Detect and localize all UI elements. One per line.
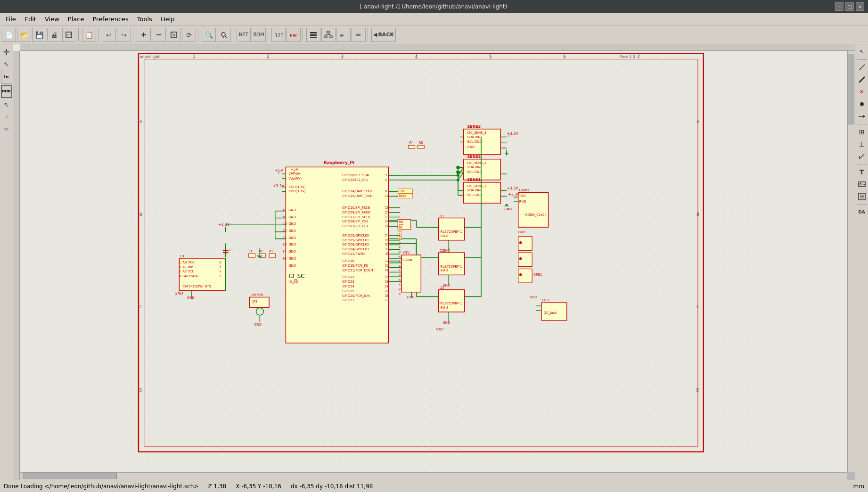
svg-text:31: 31: [385, 243, 389, 246]
menu-edit[interactable]: Edit: [21, 15, 40, 24]
svg-text:I2C_SENS_4: I2C_SENS_4: [467, 131, 487, 135]
wire-draw-tool[interactable]: ↖: [1, 99, 12, 110]
svg-text:GPIO24: GPIO24: [342, 285, 354, 288]
svg-text:I2C_SENS_1: I2C_SENS_1: [467, 161, 487, 165]
fields-button[interactable]: [306, 28, 320, 42]
svg-text:×: ×: [398, 278, 401, 282]
h-scrollbar[interactable]: [13, 472, 847, 480]
menu-file[interactable]: File: [2, 15, 20, 24]
units-inches[interactable]: In: [1, 71, 12, 84]
netlist-button[interactable]: NET: [237, 28, 251, 42]
svg-text:R6: R6: [399, 220, 403, 224]
svg-text:GND: GND: [443, 321, 450, 325]
minimize-button[interactable]: ─: [835, 2, 843, 11]
menu-bar: File Edit View Place Preferences Tools H…: [0, 13, 868, 25]
svg-text:SCL  GND: SCL GND: [467, 140, 482, 144]
svg-text:C: C: [696, 304, 699, 309]
back-button[interactable]: ◀BACK: [371, 28, 396, 42]
open-button[interactable]: 📂: [17, 28, 31, 42]
svg-rect-15: [327, 31, 330, 33]
svg-text:×: ×: [398, 287, 401, 291]
svg-line-8: [225, 36, 227, 38]
svg-text:GPIO15/UART_RXD: GPIO15/UART_RXD: [342, 194, 372, 198]
svg-line-1: [67, 34, 68, 36]
bus-draw-tool[interactable]: ⟋: [1, 111, 12, 123]
menu-help[interactable]: Help: [157, 15, 179, 24]
menu-place[interactable]: Place: [64, 15, 88, 24]
addtext-rt[interactable]: T: [856, 166, 868, 178]
svg-text:Q1: Q1: [440, 214, 444, 218]
svg-text:R4: R4: [409, 141, 414, 145]
find-button[interactable]: 🔍: [202, 28, 216, 42]
menu-view[interactable]: View: [41, 15, 63, 24]
svg-point-296: [457, 166, 459, 169]
undo-button[interactable]: ↩: [102, 28, 116, 42]
svg-text:33: 33: [385, 247, 389, 251]
svg-text:SCL  GND: SCL GND: [467, 193, 482, 197]
svg-text:30: 30: [283, 243, 287, 246]
wire-tool-rt[interactable]: [856, 62, 868, 73]
svg-text:GND: GND: [288, 229, 296, 233]
svg-text:19: 19: [385, 206, 389, 210]
hierarchical-button[interactable]: [321, 28, 336, 42]
busentry-tool-rt[interactable]: [856, 151, 868, 162]
bom-button[interactable]: BOM: [252, 28, 266, 42]
sep5: [233, 28, 235, 41]
svg-text:SDA  VIN: SDA VIN: [467, 165, 481, 169]
paste-button[interactable]: 📋: [82, 28, 96, 42]
da-tool-rt[interactable]: DA: [856, 206, 868, 218]
redo-button[interactable]: ↪: [117, 28, 131, 42]
addimage-rt[interactable]: [856, 179, 868, 190]
schematic-canvas[interactable]: 1 2 3 4 5 6 7 A B C D A B: [13, 44, 847, 472]
svg-text:2: 2: [179, 266, 181, 269]
maximize-button[interactable]: □: [845, 2, 854, 11]
svg-text:GND  SDA: GND SDA: [182, 274, 197, 278]
units-mm[interactable]: mm: [1, 85, 12, 98]
zoom-in-button[interactable]: +: [137, 28, 151, 42]
close-button[interactable]: ✕: [856, 2, 864, 11]
svg-text:IRLB723PBF-1: IRLB723PBF-1: [440, 230, 462, 234]
bus-tool-rt[interactable]: [856, 74, 868, 85]
menu-tools[interactable]: Tools: [133, 15, 156, 24]
wire-tool-btn[interactable]: ✏: [352, 28, 366, 42]
svg-line-343: [859, 77, 865, 82]
save-button[interactable]: 💾: [32, 28, 46, 42]
plot-button[interactable]: [62, 28, 76, 42]
netlabel-tool[interactable]: ═: [1, 123, 12, 135]
noconn-tool-rt[interactable]: ✕: [856, 86, 868, 98]
new-component-button[interactable]: ⊕: [336, 28, 351, 42]
find-replace-button[interactable]: [217, 28, 231, 42]
select-tool[interactable]: ↖: [1, 58, 12, 70]
svg-text:C1: C1: [229, 248, 233, 252]
sep2: [98, 28, 100, 41]
svg-text:GND: GND: [288, 222, 296, 226]
svg-text:5: 5: [385, 178, 387, 182]
zoom-refresh-button[interactable]: ⟳: [182, 28, 196, 42]
print-button[interactable]: 🖨: [47, 28, 61, 42]
addcomp-tool-rt[interactable]: ⊞: [856, 126, 868, 138]
new-button[interactable]: 📄: [2, 28, 16, 42]
svg-text:IRLB723PBF-1: IRLB723PBF-1: [440, 265, 462, 269]
svg-text:GPIO21/PCM_DOUT: GPIO21/PCM_DOUT: [342, 269, 374, 272]
svg-text:IRLB723PBF-1: IRLB723PBF-1: [440, 302, 462, 305]
netlabel-tool-rt[interactable]: [856, 111, 868, 122]
svg-text:GPIO11/SPI_SCLK: GPIO11/SPI_SCLK: [342, 215, 370, 219]
zoom-out-button[interactable]: −: [152, 28, 166, 42]
svg-text:11: 11: [385, 264, 389, 268]
svg-text:D: D: [696, 388, 700, 393]
addpower-tool-rt[interactable]: ⊥: [856, 139, 868, 150]
svg-text:GPIO12/PWM0: GPIO12/PWM0: [342, 252, 365, 256]
zoom-fit-button[interactable]: [167, 28, 181, 42]
svg-text:DC1: DC1: [542, 298, 549, 302]
junction-tool-rt[interactable]: [856, 98, 868, 110]
svg-text:GPIO22: GPIO22: [342, 275, 354, 279]
annotation-button[interactable]: 123: [271, 28, 286, 42]
svg-text:Vpp(5V): Vpp(5V): [288, 177, 302, 180]
canvas-area[interactable]: 1 2 3 4 5 6 7 A B C D A B: [13, 44, 855, 480]
menu-preferences[interactable]: Preferences: [89, 15, 132, 24]
addsheet-rt[interactable]: [856, 191, 868, 202]
select-tool-rt[interactable]: ↖: [856, 46, 868, 57]
v-scrollbar[interactable]: [847, 44, 855, 472]
svg-text:2: 2: [267, 54, 270, 59]
erc-button[interactable]: ERC: [287, 28, 301, 42]
